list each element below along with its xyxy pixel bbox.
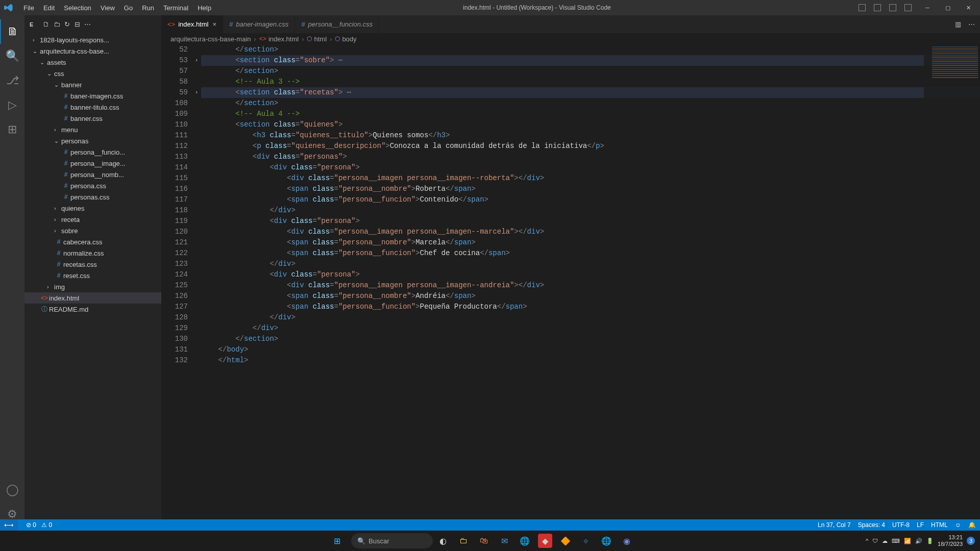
- file-row[interactable]: #cabecera.css: [24, 236, 161, 247]
- menu-selection[interactable]: Selection: [60, 2, 95, 14]
- more-tabs-icon[interactable]: ⋯: [968, 20, 975, 28]
- status-errors[interactable]: ⊘ 0: [26, 521, 36, 529]
- file-row[interactable]: #persona__nomb...: [24, 169, 161, 180]
- status-encoding[interactable]: UTF-8: [892, 521, 910, 529]
- editor-tabs: <> index.html × # baner-imagen.css # per…: [161, 15, 980, 33]
- tray-volume-icon[interactable]: 🔊: [915, 538, 922, 544]
- statusbar: ⟷ ⊘ 0 ⚠ 0 Ln 37, Col 7 Spaces: 4 UTF-8 L…: [0, 519, 980, 531]
- status-warnings[interactable]: ⚠ 0: [41, 521, 52, 529]
- window-close[interactable]: ✕: [961, 5, 976, 11]
- menu-file[interactable]: File: [19, 2, 38, 14]
- minimap[interactable]: [924, 44, 980, 531]
- tray-wifi-icon[interactable]: 📶: [904, 538, 911, 544]
- breadcrumb[interactable]: arquitectura-css-base-main› <>index.html…: [161, 33, 980, 44]
- layout-icon-3[interactable]: [889, 4, 896, 11]
- taskbar-store-icon[interactable]: 🛍: [477, 534, 491, 548]
- folder-row[interactable]: ⌄assets: [24, 57, 161, 68]
- status-feedback-icon[interactable]: ☺: [955, 521, 961, 529]
- activity-extensions-icon[interactable]: ⊞: [0, 117, 24, 142]
- menu-view[interactable]: View: [96, 2, 119, 14]
- status-cursor-position[interactable]: Ln 37, Col 7: [818, 521, 851, 529]
- activity-accounts-icon[interactable]: ◯: [0, 478, 24, 502]
- activity-search-icon[interactable]: 🔍: [0, 44, 24, 68]
- status-notifications-icon[interactable]: 🔔: [968, 521, 976, 529]
- collapse-all-icon[interactable]: ⊟: [75, 20, 80, 28]
- file-row[interactable]: #banner.css: [24, 113, 161, 124]
- menu-edit[interactable]: Edit: [39, 2, 59, 14]
- code-content[interactable]: </section> <section class="sobre"> ⋯ </s…: [201, 44, 980, 531]
- taskbar-copilot-icon[interactable]: ◐: [436, 534, 450, 548]
- taskbar-mail-icon[interactable]: ✉: [497, 534, 511, 548]
- file-row[interactable]: #baner-imagen.css: [24, 90, 161, 102]
- menu-run[interactable]: Run: [138, 2, 158, 14]
- refresh-icon[interactable]: ↻: [64, 20, 70, 28]
- folder-row[interactable]: ›receta: [24, 214, 161, 225]
- activity-bar: 🗎 🔍 ⎇ ▷ ⊞ ◯ ⚙: [0, 15, 24, 531]
- taskbar-vscode-icon[interactable]: ⟐: [579, 534, 593, 548]
- activity-run-debug-icon[interactable]: ▷: [0, 93, 24, 117]
- editor-body[interactable]: 525357 5859108 109110111 112113114 11511…: [161, 44, 980, 531]
- new-file-icon[interactable]: 🗋: [43, 20, 50, 28]
- folder-row[interactable]: ›quienes: [24, 203, 161, 214]
- file-row[interactable]: #reset.css: [24, 270, 161, 281]
- status-eol[interactable]: LF: [917, 521, 924, 529]
- tray-notification-badge[interactable]: 3: [967, 537, 975, 545]
- file-row[interactable]: #persona.css: [24, 180, 161, 191]
- file-row[interactable]: ⓘREADME.md: [24, 304, 161, 315]
- close-icon[interactable]: ×: [212, 20, 216, 28]
- folder-row[interactable]: ›menu: [24, 124, 161, 135]
- window-minimize[interactable]: ─: [920, 5, 935, 11]
- more-actions-icon[interactable]: ⋯: [84, 20, 91, 28]
- file-row[interactable]: #persona__funcio...: [24, 146, 161, 158]
- layout-icon-4[interactable]: [904, 4, 912, 11]
- menu-terminal[interactable]: Terminal: [159, 2, 192, 14]
- taskbar-app2-icon[interactable]: 🔶: [558, 534, 573, 548]
- taskbar-discord-icon[interactable]: ◉: [620, 534, 634, 548]
- menu-help[interactable]: Help: [193, 2, 215, 14]
- file-row[interactable]: #persona__image...: [24, 158, 161, 169]
- taskbar-explorer-icon[interactable]: 🗀: [456, 534, 471, 548]
- folder-row[interactable]: ⌄banner: [24, 79, 161, 90]
- tray-battery-icon[interactable]: 🔋: [926, 538, 934, 544]
- file-row[interactable]: #personas.css: [24, 191, 161, 203]
- folder-row[interactable]: ›img: [24, 281, 161, 292]
- start-button[interactable]: ⊞: [330, 534, 344, 548]
- folder-row[interactable]: ⌄personas: [24, 135, 161, 146]
- tab-index-html[interactable]: <> index.html ×: [161, 15, 223, 33]
- taskbar-app-icon[interactable]: ◆: [538, 534, 552, 548]
- menu-go[interactable]: Go: [120, 2, 137, 14]
- tab-persona-funcion[interactable]: # persona__funcion.css: [295, 15, 379, 33]
- layout-icon-2[interactable]: [874, 4, 881, 11]
- system-tray[interactable]: ^ 🛡 ☁ ⌨ 📶 🔊 🔋 13:21 18/7/2023 3: [866, 534, 975, 547]
- window-maximize[interactable]: ▢: [940, 5, 955, 11]
- folder-row[interactable]: ›1828-layouts-respons...: [24, 34, 161, 45]
- folder-row[interactable]: ›sobre: [24, 225, 161, 236]
- taskbar-chrome-icon[interactable]: 🌐: [518, 534, 532, 548]
- tab-baner-imagen[interactable]: # baner-imagen.css: [223, 15, 295, 33]
- file-row[interactable]: #recetas.css: [24, 259, 161, 270]
- file-row-index[interactable]: <>index.html: [24, 292, 161, 304]
- explorer-title: E: [30, 21, 34, 28]
- status-indentation[interactable]: Spaces: 4: [858, 521, 885, 529]
- file-row[interactable]: #normalize.css: [24, 247, 161, 259]
- folder-row[interactable]: ⌄css: [24, 68, 161, 79]
- taskbar-chrome2-icon[interactable]: 🌐: [599, 534, 614, 548]
- tray-chevron-icon[interactable]: ^: [866, 538, 868, 544]
- tray-clock[interactable]: 13:21 18/7/2023: [938, 534, 963, 547]
- windows-taskbar: ⊞ 🔍 Buscar ◐ 🗀 🛍 ✉ 🌐 ◆ 🔶 ⟐ 🌐 ◉ ^ 🛡 ☁ ⌨ 📶…: [0, 531, 980, 551]
- tray-security-icon[interactable]: 🛡: [872, 538, 878, 544]
- new-folder-icon[interactable]: 🗀: [54, 20, 60, 28]
- symbol-icon: ⬡: [307, 35, 312, 42]
- status-language[interactable]: HTML: [931, 521, 948, 529]
- remote-button[interactable]: ⟷: [0, 519, 18, 531]
- layout-icon-1[interactable]: [859, 4, 866, 11]
- activity-explorer-icon[interactable]: 🗎: [0, 19, 24, 44]
- tray-onedrive-icon[interactable]: ☁: [882, 538, 888, 544]
- activity-source-control-icon[interactable]: ⎇: [0, 68, 24, 93]
- file-row[interactable]: #banner-titulo.css: [24, 102, 161, 113]
- tray-language-icon[interactable]: ⌨: [892, 538, 900, 544]
- taskbar-search[interactable]: 🔍 Buscar: [351, 533, 433, 548]
- folder-row[interactable]: ⌄arquitectura-css-base...: [24, 45, 161, 57]
- fold-column[interactable]: ››: [192, 44, 201, 531]
- split-editor-icon[interactable]: ▥: [955, 20, 961, 28]
